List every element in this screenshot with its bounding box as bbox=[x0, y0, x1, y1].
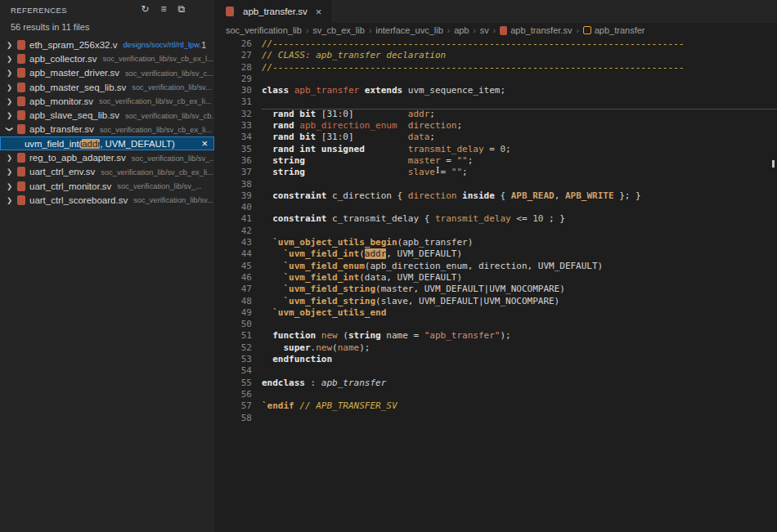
file-name: eth_spram_256x32.v bbox=[29, 40, 117, 50]
code-token: rand bbox=[262, 120, 299, 131]
chevron-icon: ❯ bbox=[4, 154, 15, 162]
code-token: slave bbox=[408, 167, 435, 177]
code-token: [31:0] bbox=[316, 109, 408, 119]
code-token: c_direction { bbox=[326, 190, 407, 201]
chevron-icon: ❯ bbox=[4, 55, 15, 63]
tab-close-icon[interactable]: × bbox=[316, 6, 322, 18]
tab-apb-transfer-sv[interactable]: apb_transfer.sv × bbox=[214, 0, 331, 23]
code-line: 29 bbox=[214, 74, 777, 85]
code-token bbox=[289, 85, 294, 96]
code-token: `endif bbox=[262, 400, 294, 411]
file-path: designs/socv/rtl/rtl_lpw... bbox=[123, 40, 201, 49]
code-token: function bbox=[262, 330, 316, 341]
code-token: rand bit bbox=[262, 132, 316, 142]
code-token: (apb_direction_enum, direction, UVM_DEFA… bbox=[365, 261, 603, 271]
line-text bbox=[262, 96, 777, 108]
code-token: ; bbox=[505, 144, 511, 154]
code-token: `uvm_object_utils_end bbox=[262, 307, 386, 318]
code-token: apb_transfer bbox=[321, 378, 386, 388]
match-highlight: addr bbox=[82, 139, 100, 149]
breadcrumb-separator: › bbox=[368, 26, 372, 35]
file-row[interactable]: ❯apb_master_seq_lib.svsoc_verification_l… bbox=[0, 80, 214, 94]
match-highlight: addr bbox=[365, 248, 387, 259]
code-token: , bbox=[555, 190, 565, 201]
code-token: `uvm_field_string bbox=[262, 284, 375, 294]
code-line: 34 rand bit [31:0] data; bbox=[214, 132, 777, 143]
reference-segment: , UVM_DEFAULT) bbox=[100, 139, 174, 149]
code-line: 52 super.new(name); bbox=[214, 342, 777, 354]
results-summary: 56 results in 11 files bbox=[0, 20, 214, 38]
file-row[interactable]: ❯reg_to_apb_adapter.svsoc_verification_l… bbox=[0, 150, 214, 164]
line-text bbox=[262, 365, 777, 377]
line-text: rand bit [31:0] data; bbox=[262, 132, 777, 143]
breadcrumb-item[interactable]: sv_cb_ex_lib bbox=[312, 25, 365, 35]
line-text: //--------------------------------------… bbox=[262, 62, 777, 74]
file-row[interactable]: ❯apb_monitor.svsoc_verification_lib/sv_c… bbox=[0, 94, 214, 108]
file-icon bbox=[17, 124, 25, 134]
code-token bbox=[397, 120, 408, 131]
breadcrumb-label: soc_verification_lib bbox=[226, 25, 302, 35]
file-row[interactable]: ❯apb_collector.svsoc_verification_lib/sv… bbox=[0, 51, 214, 65]
chevron-icon: ❯ bbox=[4, 196, 15, 204]
clear-results-icon[interactable]: ≡ bbox=[160, 3, 166, 15]
code-token: ; bbox=[429, 132, 435, 142]
code-token: APB_READ bbox=[511, 190, 555, 201]
line-text: `endif // APB_TRANSFER_SV bbox=[262, 400, 777, 412]
code-token bbox=[359, 85, 365, 96]
line-number: 38 bbox=[214, 179, 252, 190]
line-number: 29 bbox=[214, 74, 252, 85]
breadcrumb-item[interactable]: apb bbox=[454, 25, 469, 35]
file-path: soc_verification_lib/sv_c... bbox=[125, 69, 213, 78]
code-token: string bbox=[262, 155, 305, 166]
code-line: 35 rand int unsigned transmit_delay = 0; bbox=[214, 144, 777, 155]
line-number: 34 bbox=[214, 132, 252, 143]
code-token: `uvm_field_int bbox=[262, 248, 359, 259]
breadcrumb-item[interactable]: apb_transfer bbox=[583, 25, 645, 35]
file-row[interactable]: ❯uart_ctrl_env.svsoc_verification_lib/sv… bbox=[0, 165, 214, 179]
file-row[interactable]: ❯apb_transfer.svsoc_verification_lib/sv_… bbox=[0, 123, 214, 136]
file-row[interactable]: ❯apb_slave_seq_lib.svsoc_verification_li… bbox=[0, 108, 214, 122]
code-line: 32 rand bit [31:0] addr; bbox=[214, 109, 777, 120]
line-text: function new (string name = "apb_transfe… bbox=[262, 330, 777, 342]
tab-bar: apb_transfer.sv × bbox=[214, 0, 777, 23]
code-token: constraint bbox=[262, 190, 326, 201]
line-text bbox=[262, 319, 777, 330]
file-path: soc_verification_lib/sv_cb_ex_li... bbox=[100, 125, 212, 134]
code-line: 45 `uvm_field_enum(apb_direction_enum, d… bbox=[214, 261, 777, 272]
code-line: 43 `uvm_object_utils_begin(apb_transfer) bbox=[214, 237, 777, 248]
breadcrumb-item[interactable]: sv bbox=[480, 25, 489, 35]
breadcrumb-item[interactable]: soc_verification_lib bbox=[226, 25, 302, 35]
code-token: ( bbox=[359, 248, 365, 259]
code-token: 10 bbox=[532, 213, 543, 224]
breadcrumb-item[interactable]: interface_uvc_lib bbox=[375, 25, 443, 35]
code-token: direction bbox=[408, 190, 457, 201]
breadcrumb-separator: › bbox=[492, 26, 496, 35]
code-token: = bbox=[441, 155, 457, 166]
code-line: 56 bbox=[214, 389, 777, 400]
line-text: super.new(name); bbox=[262, 342, 777, 354]
dismiss-icon[interactable]: × bbox=[201, 137, 208, 150]
reference-row[interactable]: uvm_field_int(addr, UVM_DEFAULT)× bbox=[0, 136, 214, 150]
code-token bbox=[316, 330, 321, 341]
collapse-all-icon[interactable]: ⧉ bbox=[177, 3, 185, 15]
file-row[interactable]: ❯uart_ctrl_monitor.svsoc_verification_li… bbox=[0, 179, 214, 193]
line-text: `uvm_object_utils_end bbox=[262, 307, 777, 319]
panel-actions: ↻ ≡ ⧉ bbox=[141, 3, 185, 15]
line-text: `uvm_field_string(slave, UVM_DEFAULT|UVM… bbox=[262, 296, 777, 307]
refresh-icon[interactable]: ↻ bbox=[141, 3, 149, 15]
chevron-icon: ❯ bbox=[4, 83, 15, 92]
file-name: apb_transfer.sv bbox=[29, 124, 94, 134]
line-text: rand int unsigned transmit_delay = 0; bbox=[262, 144, 777, 155]
breadcrumb-item[interactable]: apb_transfer.sv bbox=[500, 25, 572, 35]
file-row[interactable]: ❯apb_master_driver.svsoc_verification_li… bbox=[0, 66, 214, 80]
file-row[interactable]: ❯eth_spram_256x32.vdesigns/socv/rtl/rtl_… bbox=[0, 38, 214, 51]
code-area[interactable]: 26//------------------------------------… bbox=[214, 38, 777, 532]
file-row[interactable]: ❯uart_ctrl_scoreboard.svsoc_verification… bbox=[0, 193, 214, 207]
line-number: 53 bbox=[214, 354, 252, 365]
line-text: rand bit [31:0] addr; bbox=[262, 109, 777, 120]
code-line: 58 bbox=[214, 413, 777, 424]
code-token: ); bbox=[359, 342, 370, 353]
code-token: super bbox=[262, 342, 311, 353]
file-name: apb_slave_seq_lib.sv bbox=[29, 110, 119, 120]
breadcrumb-separator: › bbox=[472, 26, 476, 35]
